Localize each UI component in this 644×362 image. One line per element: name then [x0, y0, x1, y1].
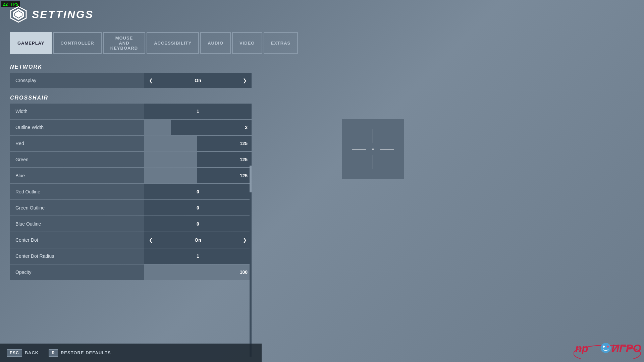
green-value: 125 — [240, 157, 248, 162]
red-label: Red — [10, 141, 144, 146]
center-dot-radius-row: Center Dot Radius 1 — [10, 248, 252, 264]
blue-track — [144, 168, 197, 183]
network-settings: Crossplay ❮ On ❯ — [10, 73, 252, 88]
center-dot-radius-value: 1 — [144, 248, 252, 264]
settings-panel: SETTINGS GAMEPLAY CONTROLLER MOUSE AND K… — [0, 0, 262, 362]
outline-width-slider[interactable]: 2 — [144, 120, 252, 135]
nav-tabs: GAMEPLAY CONTROLLER MOUSE AND KEYBOARD A… — [10, 32, 252, 54]
bottom-bar: ESC BACK R RESTORE DEFAULTS — [0, 344, 262, 362]
width-label: Width — [10, 109, 144, 114]
back-label: BACK — [25, 350, 39, 355]
green-outline-row: Green Outline 0 — [10, 200, 252, 216]
opacity-control: 100 — [144, 264, 252, 280]
svg-point-12 — [607, 346, 609, 348]
opacity-label: Opacity — [10, 269, 144, 275]
crossplay-prev-button[interactable]: ❮ — [144, 73, 158, 88]
outline-width-row: Outline Width 2 — [10, 120, 252, 135]
app-logo-icon — [10, 6, 27, 23]
opacity-row: Opacity 100 — [10, 264, 252, 280]
opacity-slider[interactable]: 100 — [144, 264, 252, 280]
svg-point-11 — [603, 346, 605, 348]
blue-slider[interactable]: 125 — [144, 168, 252, 183]
back-action[interactable]: ESC BACK — [7, 349, 39, 357]
svg-point-7 — [372, 148, 374, 150]
center-dot-value: On — [158, 237, 238, 243]
blue-value: 125 — [240, 173, 248, 178]
tab-controller[interactable]: CONTROLLER — [53, 32, 101, 54]
red-control: 125 — [144, 136, 252, 151]
outline-width-control: 2 — [144, 120, 252, 135]
r-key-badge: R — [49, 349, 58, 357]
blue-outline-control: 0 — [144, 216, 252, 232]
green-outline-label: Green Outline — [10, 205, 144, 210]
blue-control: 125 — [144, 168, 252, 183]
blue-row: Blue 125 — [10, 168, 252, 183]
red-track — [144, 136, 197, 151]
green-label: Green — [10, 157, 144, 162]
green-slider[interactable]: 125 — [144, 152, 252, 167]
tab-accessibility[interactable]: ACCESSIBILITY — [147, 32, 199, 54]
red-outline-control: 0 — [144, 184, 252, 199]
center-dot-radius-control: 1 — [144, 248, 252, 264]
crosshair-svg — [342, 119, 404, 179]
green-outline-control: 0 — [144, 200, 252, 216]
blue-outline-row: Blue Outline 0 — [10, 216, 252, 232]
tab-video[interactable]: VIDEO — [232, 32, 262, 54]
center-dot-row: Center Dot ❮ On ❯ — [10, 232, 252, 248]
red-outline-value: 0 — [144, 184, 252, 199]
watermark: пр ИГРОК — [574, 339, 641, 359]
crossplay-row: Crossplay ❮ On ❯ — [10, 73, 252, 88]
esc-key-badge: ESC — [7, 349, 22, 357]
crossplay-next-button[interactable]: ❯ — [238, 73, 252, 88]
blue-outline-value: 0 — [144, 216, 252, 232]
center-dot-label: Center Dot — [10, 237, 144, 243]
tab-gameplay[interactable]: GAMEPLAY — [10, 32, 52, 54]
tab-audio[interactable]: AUDIO — [200, 32, 231, 54]
page-title: SETTINGS — [32, 8, 94, 21]
width-value: 1 — [144, 104, 252, 119]
green-track — [144, 152, 197, 167]
crosshair-preview — [342, 119, 404, 179]
crosshair-settings: Width 1 Outline Width 2 Red 125 — [10, 104, 252, 280]
width-control: 1 — [144, 104, 252, 119]
section-crosshair-header: CROSSHAIR — [10, 95, 252, 101]
red-outline-label: Red Outline — [10, 189, 144, 194]
green-row: Green 125 — [10, 152, 252, 167]
green-control: 125 — [144, 152, 252, 167]
outline-width-value: 2 — [245, 125, 248, 130]
crossplay-label: Crossplay — [10, 78, 144, 83]
blue-outline-label: Blue Outline — [10, 221, 144, 227]
red-row: Red 125 — [10, 136, 252, 151]
scroll-thumb[interactable] — [250, 166, 252, 192]
center-dot-prev-button[interactable]: ❮ — [144, 232, 158, 248]
tab-extras[interactable]: EXTRAS — [264, 32, 298, 54]
svg-text:ИГРОК: ИГРОК — [611, 342, 641, 354]
red-value: 125 — [240, 141, 248, 146]
crossplay-value: On — [158, 78, 238, 83]
crossplay-control: ❮ On ❯ — [144, 73, 252, 88]
opacity-value: 100 — [240, 269, 248, 275]
blue-label: Blue — [10, 173, 144, 178]
scroll-indicator — [250, 159, 252, 357]
width-row: Width 1 — [10, 104, 252, 119]
tab-mouse-keyboard[interactable]: MOUSE AND KEYBOARD — [103, 32, 145, 54]
opacity-track — [144, 264, 252, 280]
green-outline-value: 0 — [144, 200, 252, 216]
red-slider[interactable]: 125 — [144, 136, 252, 151]
center-dot-control: ❮ On ❯ — [144, 232, 252, 248]
outline-width-track — [144, 120, 171, 135]
restore-label: RESTORE DEFAULTS — [61, 350, 111, 355]
center-dot-radius-label: Center Dot Radius — [10, 253, 144, 259]
crossplay-arrow-control: ❮ On ❯ — [144, 73, 252, 88]
center-dot-arrow-control: ❮ On ❯ — [144, 232, 252, 248]
watermark-logo-icon: пр ИГРОК — [574, 339, 641, 359]
svg-point-10 — [601, 343, 611, 353]
header: SETTINGS — [10, 6, 252, 23]
restore-action[interactable]: R RESTORE DEFAULTS — [49, 349, 111, 357]
outline-width-label: Outline Width — [10, 125, 144, 130]
red-outline-row: Red Outline 0 — [10, 184, 252, 199]
svg-text:пр: пр — [575, 342, 588, 354]
section-network-header: NETWORK — [10, 64, 252, 70]
